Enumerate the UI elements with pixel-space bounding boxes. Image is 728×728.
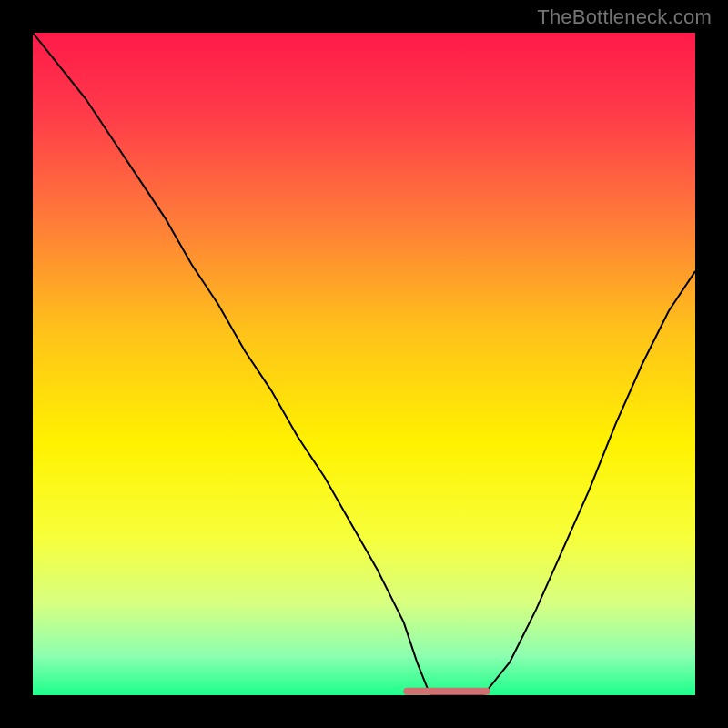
chart-frame: TheBottleneck.com: [0, 0, 728, 728]
plot-area: [33, 33, 695, 695]
plot-background: [33, 33, 695, 695]
chart-svg: [33, 33, 695, 695]
watermark-text: TheBottleneck.com: [537, 5, 712, 29]
